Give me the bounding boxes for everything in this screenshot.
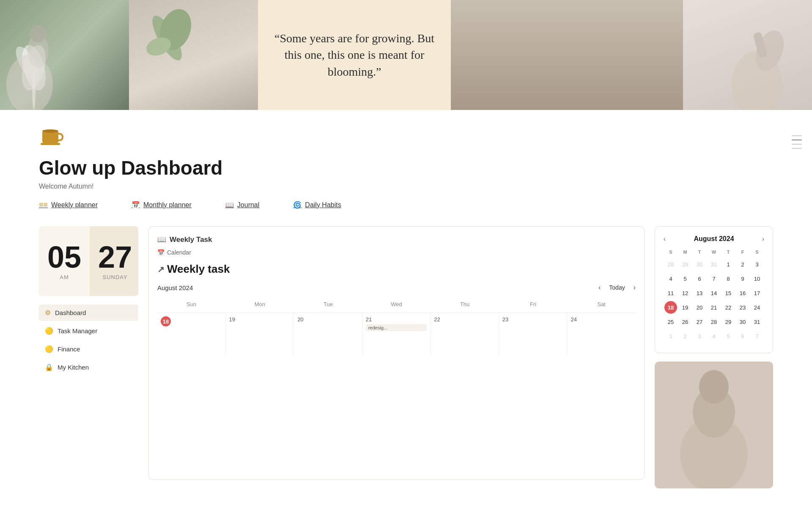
cal-date-23: 23 <box>502 316 564 323</box>
mini-cal-day-t2: T <box>721 249 735 255</box>
mini-cal-date-12[interactable]: 12 <box>679 287 691 299</box>
nav-monthly-planner[interactable]: 📅 Monthly planner <box>132 201 192 209</box>
mini-cal-date-11[interactable]: 11 <box>664 287 677 299</box>
mini-cal-date-10[interactable]: 10 <box>751 272 763 285</box>
mini-cal-date-26[interactable]: 26 <box>679 315 691 328</box>
cal-event-redesign: redesig... <box>366 324 427 331</box>
mini-cal-date-29-prev[interactable]: 29 <box>679 258 691 271</box>
mini-cal-date-4[interactable]: 4 <box>664 272 677 285</box>
cal-day-thu: Thu <box>431 299 499 309</box>
journal-label: Journal <box>237 201 259 209</box>
calendar-grid: Sun Mon Tue Wed Thu Fri Sat 18 19 <box>157 299 636 355</box>
mini-cal-date-2[interactable]: 2 <box>736 258 749 271</box>
sidebar-item-task-manager[interactable]: 🟡 Task Manager <box>39 323 138 339</box>
sidebar-kitchen-label: My Kitchen <box>58 364 89 371</box>
mini-cal-date-4-next[interactable]: 4 <box>708 330 720 343</box>
mini-cal-date-29[interactable]: 29 <box>722 315 735 328</box>
mini-cal-date-2-next[interactable]: 2 <box>679 330 691 343</box>
mini-cal-date-20[interactable]: 20 <box>693 301 706 314</box>
mini-cal-date-5[interactable]: 5 <box>679 272 691 285</box>
cal-cell-24[interactable]: 24 <box>567 313 636 355</box>
scrollbar-line-2 <box>792 140 802 140</box>
mini-cal-date-31[interactable]: 31 <box>751 315 763 328</box>
mini-cal-date-8[interactable]: 8 <box>722 272 735 285</box>
sidebar-item-finance[interactable]: 🟡 Finance <box>39 341 138 357</box>
mini-cal-date-28[interactable]: 28 <box>708 315 720 328</box>
calendar-prev-arrow[interactable]: ‹ <box>598 284 601 291</box>
mini-cal-day-t1: T <box>692 249 707 255</box>
right-panel-image <box>663 362 765 488</box>
scrollbar-line-4 <box>792 148 802 149</box>
calendar-days-header: Sun Mon Tue Wed Thu Fri Sat <box>157 299 636 309</box>
finance-icon: 🟡 <box>45 345 53 353</box>
middle-column: 📖 Weekly Task 📅 Calendar ↗ Weekly task A… <box>148 226 645 488</box>
mini-cal-date-30-prev[interactable]: 30 <box>693 258 706 271</box>
mini-cal-date-7[interactable]: 7 <box>708 272 720 285</box>
clock-period-label: AM <box>60 274 69 280</box>
calendar-link[interactable]: 📅 Calendar <box>157 249 636 256</box>
sidebar-nav: ⚙ Dashboard 🟡 Task Manager 🟡 Finance 🔒 M… <box>39 304 138 375</box>
quote-text: “Some years are for growing. But this on… <box>271 30 438 80</box>
cal-cell-23[interactable]: 23 <box>499 313 568 355</box>
mini-cal-week-5: 25 26 27 28 29 30 31 <box>664 315 764 328</box>
mini-cal-date-27[interactable]: 27 <box>693 315 706 328</box>
mini-cal-next-button[interactable]: › <box>762 236 764 242</box>
mini-cal-title: August 2024 <box>694 235 734 243</box>
weekly-planner-label: Weekly planner <box>51 201 98 209</box>
mini-cal-date-23[interactable]: 23 <box>736 301 749 314</box>
nav-daily-habits[interactable]: 🌀 Daily Habits <box>293 201 341 209</box>
mini-cal-date-3[interactable]: 3 <box>751 258 763 271</box>
mini-cal-date-16[interactable]: 16 <box>736 287 749 299</box>
left-column: 05 AM 27 SUNDAY ⚙ Dashboard 🟡 Task Manag… <box>39 226 138 488</box>
sidebar-item-kitchen[interactable]: 🔒 My Kitchen <box>39 359 138 375</box>
mini-cal-date-28-prev[interactable]: 28 <box>664 258 677 271</box>
mini-cal-date-17[interactable]: 17 <box>751 287 763 299</box>
calendar-link-icon: 📅 <box>157 249 165 256</box>
nav-weekly-planner[interactable]: ≡≡ Weekly planner <box>39 200 98 209</box>
mini-cal-date-15[interactable]: 15 <box>722 287 735 299</box>
dashboard-title: Glow up Dashboard <box>39 156 773 179</box>
mini-cal-date-3-next[interactable]: 3 <box>693 330 706 343</box>
nav-journal[interactable]: 📖 Journal <box>225 201 259 209</box>
clock-day-label: SUNDAY <box>103 274 128 280</box>
mini-cal-date-24[interactable]: 24 <box>751 301 763 314</box>
mini-cal-date-5-next[interactable]: 5 <box>722 330 735 343</box>
sidebar-item-dashboard[interactable]: ⚙ Dashboard <box>39 304 138 321</box>
calendar-today-button[interactable]: Today <box>606 282 628 293</box>
mini-cal-date-18[interactable]: 18 <box>664 301 677 314</box>
mini-cal-date-7-next[interactable]: 7 <box>751 330 763 343</box>
coffee-cup-icon <box>39 123 64 148</box>
mini-cal-date-22[interactable]: 22 <box>722 301 735 314</box>
monthly-planner-icon: 📅 <box>132 201 140 209</box>
collage-image-2 <box>129 0 258 110</box>
clock-widget: 05 AM 27 SUNDAY <box>39 226 138 296</box>
cal-cell-20[interactable]: 20 <box>294 313 362 355</box>
sidebar-dashboard-label: Dashboard <box>55 309 86 316</box>
mini-cal-date-6[interactable]: 6 <box>693 272 706 285</box>
mini-cal-date-14[interactable]: 14 <box>708 287 720 299</box>
cal-date-21: 21 <box>366 316 427 323</box>
mini-cal-date-9[interactable]: 9 <box>736 272 749 285</box>
mini-cal-date-6-next[interactable]: 6 <box>736 330 749 343</box>
cal-cell-22[interactable]: 22 <box>431 313 499 355</box>
calendar-next-arrow[interactable]: › <box>634 284 636 291</box>
mini-cal-date-21[interactable]: 21 <box>708 301 720 314</box>
cal-cell-19[interactable]: 19 <box>226 313 294 355</box>
mini-cal-date-19[interactable]: 19 <box>679 301 691 314</box>
mini-cal-week-4: 18 19 20 21 22 23 24 <box>664 301 764 314</box>
cal-day-wed: Wed <box>362 299 431 309</box>
mini-cal-date-31-prev[interactable]: 31 <box>708 258 720 271</box>
mini-cal-date-13[interactable]: 13 <box>693 287 706 299</box>
mini-cal-date-30[interactable]: 30 <box>736 315 749 328</box>
mini-cal-date-1[interactable]: 1 <box>722 258 735 271</box>
mini-cal-prev-button[interactable]: ‹ <box>664 236 666 242</box>
cal-cell-21[interactable]: 21 redesig... <box>362 313 431 355</box>
mini-cal-grid: S M T W T F S 28 29 30 31 1 <box>664 249 764 343</box>
mini-cal-date-1-next[interactable]: 1 <box>664 330 677 343</box>
mini-cal-date-25[interactable]: 25 <box>664 315 677 328</box>
content-grid: 05 AM 27 SUNDAY ⚙ Dashboard 🟡 Task Manag… <box>39 226 773 488</box>
cal-cell-18[interactable]: 18 <box>157 313 226 355</box>
mini-cal-week-2: 4 5 6 7 8 9 10 <box>664 272 764 285</box>
cal-date-24: 24 <box>571 316 632 323</box>
svg-point-18 <box>699 370 729 404</box>
